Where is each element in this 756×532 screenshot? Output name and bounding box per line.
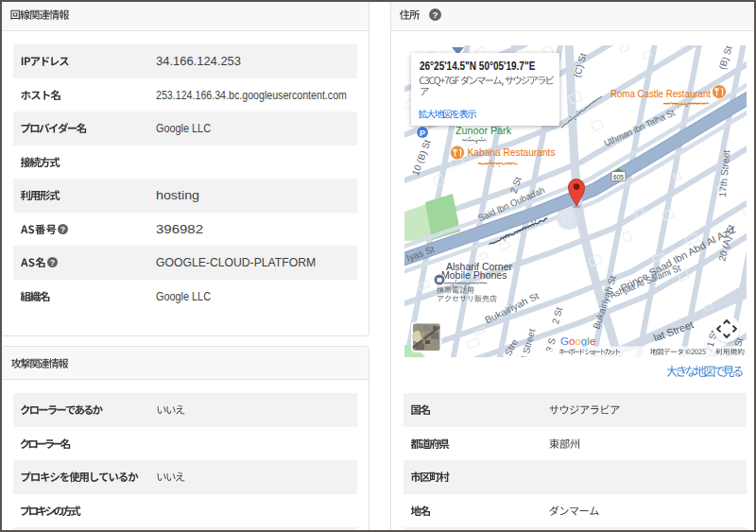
svg-text:Roma Castle Restaurant: Roma Castle Restaurant — [610, 88, 712, 99]
svg-text:?: ? — [49, 259, 54, 267]
svg-text:?: ? — [433, 9, 438, 20]
svg-text:G: G — [560, 335, 569, 347]
svg-text:e: e — [590, 335, 595, 347]
svg-text:Zunoor Park: Zunoor Park — [455, 125, 511, 136]
svg-text:Mobile Phones: Mobile Phones — [441, 269, 507, 281]
svg-text:?: ? — [60, 225, 65, 233]
svg-text:P: P — [420, 129, 425, 138]
svg-text:605: 605 — [613, 174, 624, 180]
svg-text:Kabana Restaurants: Kabana Restaurants — [468, 146, 556, 158]
